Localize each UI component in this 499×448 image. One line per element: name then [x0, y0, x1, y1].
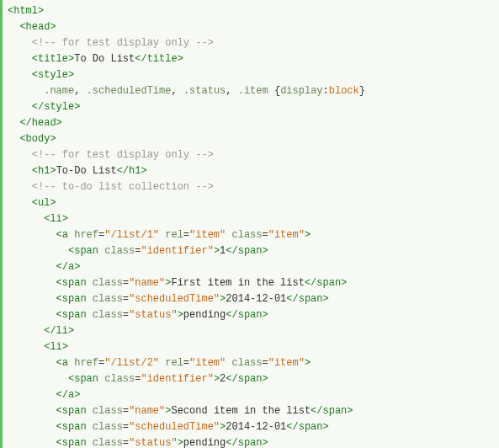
code-line: <li> [8, 211, 499, 227]
code-line: <span class="scheduledTime">2014-12-01</… [8, 291, 499, 307]
token-tag: <head> [19, 21, 56, 33]
token-tag: <li> [44, 213, 68, 225]
token-val: "identifier" [141, 245, 213, 257]
token-eq: = [263, 357, 268, 369]
token-val: "scheduledTime" [129, 421, 220, 433]
token-tag: </span> [226, 309, 268, 321]
token-tag: </style> [32, 101, 81, 113]
token-txt: : [323, 85, 329, 97]
token-val: "item" [268, 357, 305, 369]
token-txt: , [74, 85, 86, 97]
token-tag: </li> [44, 325, 74, 337]
code-line: <head> [8, 19, 499, 35]
token-txt: 2014-12-01 [226, 421, 286, 433]
code-line: .name, .scheduledTime, .status, .item {d… [8, 83, 499, 99]
token-attr: href [74, 357, 98, 369]
token-cmt: <!-- for test display only --> [32, 37, 214, 49]
token-attr: class [93, 421, 123, 433]
token-eq: = [123, 309, 129, 321]
token-tag: <span [56, 437, 93, 448]
token-val: "/list/1" [104, 229, 159, 241]
code-line: <span class="status">pending</span> [8, 435, 499, 448]
code-line: <li> [8, 339, 499, 355]
token-cssval: block [329, 85, 359, 97]
token-tag: > [214, 373, 220, 385]
code-line: <span class="identifier">2</span> [8, 371, 499, 387]
token-attr: class [104, 373, 135, 385]
token-attr: rel [165, 229, 183, 241]
token-val: "identifier" [141, 373, 213, 385]
token-tag: </h1> [117, 165, 147, 177]
token-tag: <title> [32, 53, 74, 65]
token-prop: .scheduledTime [87, 85, 172, 97]
token-tag: <span [56, 293, 93, 305]
token-tag: <span [56, 421, 93, 433]
token-eq: = [263, 229, 268, 241]
token-txt: To Do List [74, 53, 135, 65]
token-prop: display [280, 85, 322, 97]
token-eq: = [123, 405, 129, 417]
token-txt: Second item in the list [171, 405, 311, 417]
token-val: "status" [129, 437, 178, 448]
token-attr: class [93, 405, 123, 417]
token-cmt: <!-- for test display only --> [32, 149, 214, 161]
token-prop: .name [44, 85, 74, 97]
token-val: "/list/2" [104, 357, 159, 369]
token-eq: = [183, 229, 189, 241]
token-attr: href [74, 229, 98, 241]
token-tag: </span> [311, 405, 353, 417]
token-tag: > [305, 229, 311, 241]
code-line: <style> [8, 67, 499, 83]
token-val: "item" [268, 229, 305, 241]
code-line: <!-- for test display only --> [8, 35, 499, 51]
code-line: <span class="name">First item in the lis… [8, 275, 499, 291]
code-line: <span class="status">pending</span> [8, 307, 499, 323]
token-tag: > [178, 309, 183, 321]
token-tag: <html> [8, 5, 44, 17]
token-prop: .item [238, 85, 268, 97]
code-line: <title>To Do List</title> [8, 51, 499, 67]
token-brace: } [359, 85, 365, 97]
token-tag: <body> [19, 133, 56, 145]
token-tag: </span> [226, 245, 268, 257]
token-tag: <span [68, 373, 104, 385]
token-eq: = [123, 293, 129, 305]
token-attr: class [104, 245, 135, 257]
token-txt: pending [183, 437, 226, 448]
token-txt: , [171, 85, 183, 97]
token-attr: class [93, 309, 123, 321]
code-line: </head> [8, 115, 499, 131]
token-tag: <span [56, 309, 93, 321]
code-line: <ul> [8, 195, 499, 211]
code-line: </li> [8, 323, 499, 339]
code-line: <!-- for test display only --> [8, 147, 499, 163]
token-tag: </span> [226, 437, 268, 448]
token-tag: <a [56, 229, 75, 241]
code-line: </style> [8, 99, 499, 115]
token-tag: <ul> [32, 197, 56, 209]
code-line: </a> [8, 259, 499, 275]
token-tag: </span> [286, 293, 328, 305]
token-txt: 2014-12-01 [226, 293, 286, 305]
token-val: "item" [189, 357, 226, 369]
token-txt: pending [183, 309, 226, 321]
token-txt: , [226, 85, 237, 97]
token-val: "item" [189, 229, 226, 241]
token-eq: = [123, 277, 129, 289]
token-tag: <span [56, 405, 93, 417]
code-line: <span class="scheduledTime">2014-12-01</… [8, 419, 499, 435]
token-txt: First item in the list [171, 277, 304, 289]
token-tag: <span [68, 245, 104, 257]
token-tag: </title> [135, 53, 183, 65]
token-attr: class [93, 277, 123, 289]
code-line: <span class="identifier">1</span> [8, 243, 499, 259]
token-tag: </span> [286, 421, 328, 433]
code-line: <html> [8, 3, 499, 19]
token-attr: class [231, 229, 262, 241]
token-tag: </head> [19, 117, 61, 129]
token-cmt: <!-- to-do list collection --> [32, 181, 214, 193]
token-tag: <a [56, 357, 75, 369]
token-txt: To-Do List [56, 165, 117, 177]
code-line: <a href="/list/2" rel="item" class="item… [8, 355, 499, 371]
token-tag: </span> [305, 277, 347, 289]
